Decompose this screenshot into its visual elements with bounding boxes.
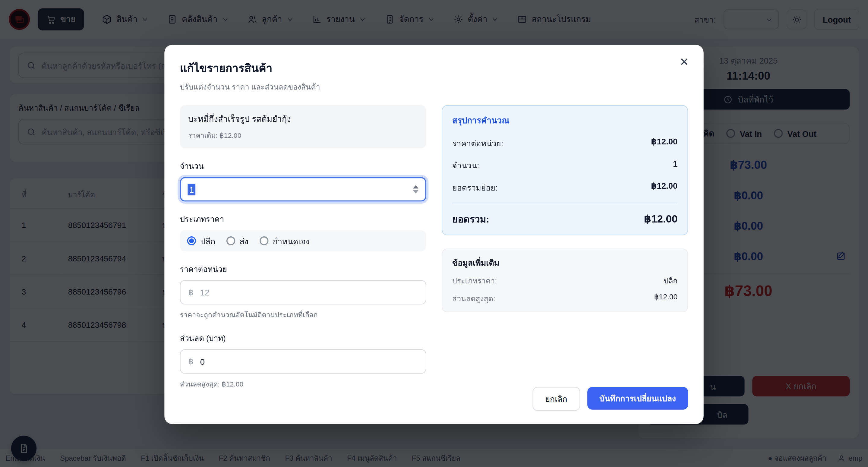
price-type-wholesale[interactable]: ส่ง <box>226 235 248 247</box>
modal-left-column: บะหมี่กึ่งสำเร็จรูป รสต้มยำกุ้ง ราคาเดิม… <box>180 105 426 390</box>
quantity-input[interactable]: 1 <box>180 177 426 202</box>
quantity-value: 1 <box>188 184 195 195</box>
pos-app: ขาย สินค้า คลังสินค้า <box>0 0 868 467</box>
step-down-icon <box>413 190 418 193</box>
extra-info-card: ข้อมูลเพิ่มเติม ประเภทราคา: ปลีก ส่วนลดส… <box>442 248 688 312</box>
calc-summary-card: สรุปการคำนวณ ราคาต่อหน่วย: ฿12.00 จำนวน:… <box>442 105 688 235</box>
extra-info-title: ข้อมูลเพิ่มเติม <box>452 256 678 269</box>
info-row-label: ส่วนลดสูงสุด: <box>452 292 495 304</box>
price-type-custom-label: กำหนดเอง <box>273 235 310 247</box>
unit-price-helper: ราคาจะถูกคำนวณอัตโนมัติตามประเภทที่เลือก <box>180 309 426 320</box>
price-type-group: ปลีก ส่ง กำหนดเอง <box>180 230 426 251</box>
radio-selected <box>187 237 196 245</box>
radio-unselected <box>259 237 268 245</box>
save-changes-button[interactable]: บันทึกการเปลี่ยนแปลง <box>587 387 688 409</box>
product-original-price: ราคาเดิม: ฿12.00 <box>188 130 418 141</box>
close-button[interactable]: ✕ <box>677 55 692 69</box>
summary-row-label: ราคาต่อหน่วย: <box>452 137 503 150</box>
product-info-box: บะหมี่กึ่งสำเร็จรูป รสต้มยำกุ้ง ราคาเดิม… <box>180 105 426 148</box>
modal-footer: ยกเลิก บันทึกการเปลี่ยนแปลง <box>532 387 688 411</box>
unit-price-label: ราคาต่อหน่วย <box>180 263 426 275</box>
summary-row-value: ฿12.00 <box>651 137 678 150</box>
info-row-value: ปลีก <box>663 275 678 287</box>
edit-item-modal: ✕ แก้ไขรายการสินค้า ปรับแต่งจำนวน ราคา แ… <box>164 45 703 424</box>
info-row-label: ประเภทราคา: <box>452 275 497 287</box>
baht-icon: ฿ <box>188 287 193 297</box>
save-button-label: บันทึกการเปลี่ยนแปลง <box>599 392 676 405</box>
step-up-icon <box>413 185 418 188</box>
discount-label: ส่วนลด (บาท) <box>180 332 426 344</box>
summary-row-label: ยอดรวมย่อย: <box>452 181 497 193</box>
quantity-label: จำนวน <box>180 160 426 172</box>
calc-summary-title: สรุปการคำนวณ <box>452 114 678 127</box>
price-type-retail-label: ปลีก <box>200 235 215 247</box>
info-row: ประเภทราคา: ปลีก <box>452 275 678 287</box>
price-type-retail[interactable]: ปลีก <box>187 235 215 247</box>
summary-row-value: 1 <box>673 159 678 172</box>
price-type-label: ประเภทราคา <box>180 213 426 225</box>
summary-row: ยอดรวมย่อย: ฿12.00 <box>452 181 678 193</box>
price-type-wholesale-label: ส่ง <box>240 235 248 247</box>
cancel-button-label: ยกเลิก <box>545 393 567 405</box>
modal-title: แก้ไขรายการสินค้า <box>180 59 688 77</box>
summary-row: ราคาต่อหน่วย: ฿12.00 <box>452 137 678 150</box>
close-icon: ✕ <box>680 56 689 69</box>
summary-total-row: ยอดรวม: ฿12.00 <box>452 211 678 226</box>
discount-helper: ส่วนลดสูงสุด: ฿12.00 <box>180 379 426 390</box>
modal-right-column: สรุปการคำนวณ ราคาต่อหน่วย: ฿12.00 จำนวน:… <box>442 105 688 390</box>
divider <box>452 203 678 203</box>
summary-total-label: ยอดรวม: <box>452 211 489 226</box>
summary-row-value: ฿12.00 <box>651 181 678 193</box>
summary-row-label: จำนวน: <box>452 159 479 172</box>
product-name: บะหมี่กึ่งสำเร็จรูป รสต้มยำกุ้ง <box>188 113 418 126</box>
discount-input[interactable]: ฿ 0 <box>180 349 426 374</box>
radio-unselected <box>226 237 235 245</box>
quantity-stepper[interactable] <box>413 185 418 193</box>
discount-value: 0 <box>200 357 205 366</box>
info-row: ส่วนลดสูงสุด: ฿12.00 <box>452 292 678 304</box>
summary-total-value: ฿12.00 <box>644 213 678 225</box>
summary-row: จำนวน: 1 <box>452 159 678 172</box>
baht-icon: ฿ <box>188 356 193 366</box>
modal-subtitle: ปรับแต่งจำนวน ราคา และส่วนลดของสินค้า <box>180 81 688 93</box>
price-type-custom[interactable]: กำหนดเอง <box>259 235 310 247</box>
modal-body: บะหมี่กึ่งสำเร็จรูป รสต้มยำกุ้ง ราคาเดิม… <box>180 105 688 390</box>
unit-price-input[interactable]: ฿ 12 <box>180 280 426 305</box>
info-row-value: ฿12.00 <box>654 292 678 304</box>
unit-price-placeholder: 12 <box>200 288 210 297</box>
cancel-button[interactable]: ยกเลิก <box>532 387 580 411</box>
